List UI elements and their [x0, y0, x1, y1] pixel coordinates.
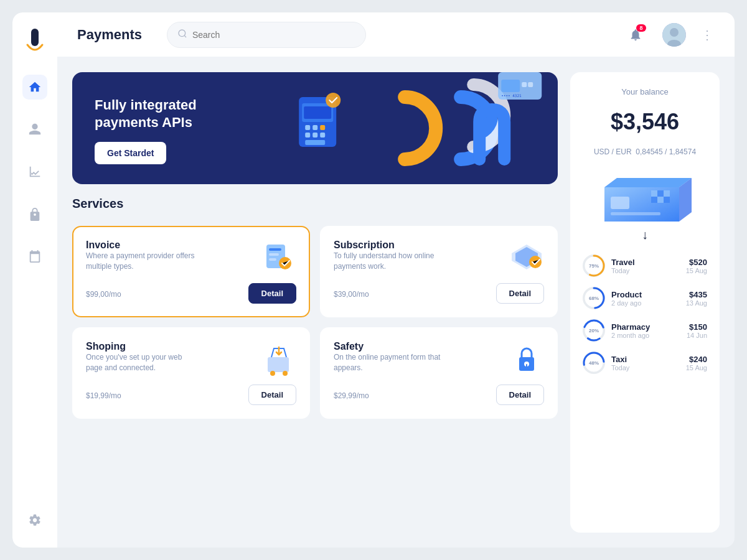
svg-rect-42 — [664, 190, 670, 197]
notification-badge: 8 — [636, 24, 646, 32]
transaction-travel: 75% Travel Today $520 15 Aug — [583, 254, 707, 277]
svg-rect-11 — [305, 133, 310, 138]
service-subscription-footer: $39,00/mo Detail — [334, 283, 544, 304]
svg-rect-22 — [269, 248, 281, 251]
sidebar-item-user[interactable] — [22, 117, 47, 142]
service-shopping-desc: Once you've set up your web page and con… — [86, 352, 198, 373]
svg-rect-8 — [305, 125, 310, 130]
svg-rect-0 — [31, 29, 39, 46]
svg-text:•••• 4321: •••• 4321 — [501, 93, 522, 98]
svg-rect-40 — [651, 190, 657, 197]
service-invoice-price: $99,00/mo — [86, 287, 121, 300]
main-content: Payments 8 ⋮ — [57, 12, 735, 548]
search-bar[interactable] — [167, 22, 366, 48]
services-section: Services — [72, 197, 558, 213]
content-area: Fully integrated payments APIs Get Stard… — [57, 57, 735, 548]
balance-rate: USD / EUR 0,84545 / 1,84574 — [583, 147, 707, 156]
transaction-pharmacy-amount: $150 14 Jun — [687, 322, 707, 339]
svg-rect-29 — [268, 357, 289, 372]
left-panel: Fully integrated payments APIs Get Stard… — [72, 72, 558, 533]
svg-rect-23 — [269, 253, 279, 256]
service-safety-detail-button[interactable]: Detail — [496, 385, 544, 405]
service-subscription-desc: To fully understand how online payments … — [334, 251, 446, 272]
header: Payments 8 ⋮ — [57, 12, 735, 57]
credit-card-illustration — [598, 169, 692, 228]
sidebar-item-calendar[interactable] — [22, 244, 47, 269]
svg-marker-36 — [604, 178, 692, 187]
service-invoice-icon — [261, 240, 296, 274]
service-safety-name: Safety — [334, 341, 446, 352]
balance-amount: $3,546 — [583, 109, 707, 135]
service-safety-price: $29,99/mo — [334, 388, 369, 401]
service-card-shopping: Shoping Once you've set up your web page… — [72, 327, 310, 419]
service-card-invoice-header: Invoice Where a payment provider offers … — [86, 240, 296, 274]
service-shopping-detail-button[interactable]: Detail — [248, 385, 296, 405]
svg-rect-34 — [526, 364, 527, 368]
avatar — [662, 23, 686, 47]
avatar-button[interactable] — [662, 23, 686, 47]
svg-point-30 — [270, 371, 275, 376]
service-card-safety-header: Safety On the online payment form that a… — [334, 341, 544, 376]
transaction-product-amount: $435 13 Aug — [686, 290, 707, 307]
svg-point-1 — [179, 30, 186, 37]
transaction-pharmacy-info: Pharmacy 2 month ago — [611, 322, 680, 339]
sidebar — [12, 12, 57, 548]
service-shopping-price: $19,99/mo — [86, 388, 121, 401]
service-invoice-name: Invoice — [86, 240, 198, 251]
transaction-product-info: Product 2 day ago — [611, 290, 680, 307]
transaction-taxi-info: Taxi Today — [611, 355, 680, 371]
more-button[interactable]: ⋮ — [701, 27, 715, 42]
service-safety-icon — [509, 341, 544, 376]
banner-content: Fully integrated payments APIs Get Stard… — [95, 96, 232, 164]
services-title: Services — [72, 197, 558, 211]
svg-rect-13 — [320, 133, 325, 138]
search-input[interactable] — [192, 30, 355, 40]
service-invoice-footer: $99,00/mo Detail — [86, 283, 296, 304]
svg-rect-41 — [657, 190, 664, 197]
svg-point-15 — [326, 93, 341, 108]
sidebar-item-bag[interactable] — [22, 202, 47, 226]
service-invoice-detail-button[interactable]: Detail — [248, 283, 296, 304]
balance-label: Your balance — [583, 87, 707, 96]
transaction-travel-amount: $520 15 Aug — [686, 258, 707, 274]
transaction-product-circle: 68% — [583, 287, 605, 309]
sidebar-item-chart[interactable] — [22, 159, 47, 184]
service-subscription-name: Subscription — [334, 240, 446, 251]
svg-rect-17 — [501, 80, 520, 92]
service-card-subscription-header: Subscription To fully understand how onl… — [334, 240, 544, 274]
service-card-safety: Safety On the online payment form that a… — [320, 327, 558, 419]
svg-rect-10 — [320, 125, 325, 130]
service-shopping-name: Shoping — [86, 341, 198, 352]
svg-rect-14 — [305, 140, 325, 145]
notification-button[interactable]: 8 — [624, 23, 647, 47]
service-safety-desc: On the online payment form that appears. — [334, 352, 446, 373]
sidebar-item-settings[interactable] — [22, 508, 47, 533]
svg-rect-45 — [664, 197, 670, 203]
transaction-taxi: 48% Taxi Today $240 15 Aug — [583, 352, 707, 374]
get-started-button[interactable]: Get Stardet — [95, 142, 166, 164]
svg-rect-9 — [312, 125, 317, 130]
svg-rect-7 — [304, 106, 331, 119]
page-title: Payments — [77, 27, 142, 43]
service-card-subscription-info: Subscription To fully understand how onl… — [334, 240, 446, 272]
transaction-product: 68% Product 2 day ago $435 13 Aug — [583, 287, 707, 309]
svg-rect-18 — [522, 82, 527, 87]
service-subscription-price: $39,00/mo — [334, 287, 369, 300]
service-invoice-desc: Where a payment provider offers multiple… — [86, 251, 198, 272]
sidebar-item-home[interactable] — [22, 75, 47, 100]
service-card-invoice-info: Invoice Where a payment provider offers … — [86, 240, 198, 272]
transaction-travel-info: Travel Today — [611, 258, 680, 274]
transaction-taxi-circle: 48% — [583, 352, 605, 374]
transaction-pharmacy-circle: 20% — [583, 319, 605, 342]
svg-rect-24 — [269, 258, 276, 261]
service-subscription-detail-button[interactable]: Detail — [496, 283, 544, 304]
transaction-pharmacy: 20% Pharmacy 2 month ago $150 14 Jun — [583, 319, 707, 342]
service-card-safety-info: Safety On the online payment form that a… — [334, 341, 446, 373]
svg-point-3 — [670, 28, 679, 37]
svg-rect-12 — [312, 133, 317, 138]
svg-rect-39 — [611, 212, 660, 215]
right-panel: Your balance $3,546 USD / EUR 0,84545 / … — [570, 72, 720, 533]
logo[interactable] — [24, 27, 46, 57]
service-subscription-icon — [509, 240, 544, 274]
transaction-taxi-amount: $240 15 Aug — [686, 355, 707, 371]
